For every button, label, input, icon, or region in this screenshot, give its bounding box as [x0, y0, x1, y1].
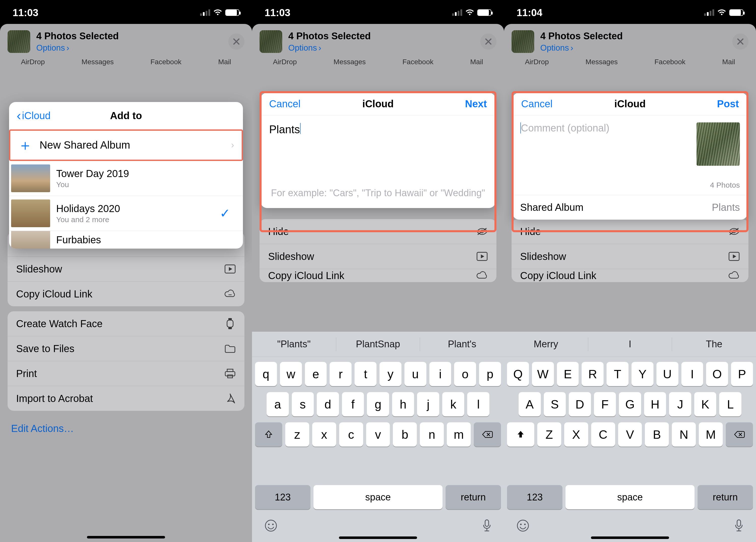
cancel-button[interactable]: Cancel: [521, 98, 553, 110]
key-t[interactable]: T: [607, 362, 628, 386]
key-q[interactable]: q: [255, 362, 277, 386]
home-indicator[interactable]: [339, 536, 417, 539]
key-g[interactable]: g: [367, 392, 389, 416]
return-key[interactable]: return: [446, 485, 501, 509]
key-k[interactable]: K: [694, 392, 716, 416]
svg-point-13: [268, 524, 270, 525]
icloud-post-card: Cancel iCloud Post Comment (optional) 4 …: [513, 93, 747, 220]
space-key[interactable]: space: [565, 485, 695, 509]
key-t[interactable]: t: [355, 362, 376, 386]
new-shared-album-row[interactable]: ＋ New Shared Album ›: [10, 131, 242, 160]
comment-field[interactable]: Comment (optional): [513, 115, 747, 178]
key-m[interactable]: M: [699, 422, 723, 446]
key-z[interactable]: z: [285, 422, 309, 446]
shared-album-row[interactable]: Shared Album Plants: [513, 195, 747, 220]
key-n[interactable]: n: [420, 422, 444, 446]
key-q[interactable]: Q: [507, 362, 529, 386]
numbers-key[interactable]: 123: [507, 485, 562, 509]
home-indicator[interactable]: [591, 536, 669, 539]
key-n[interactable]: N: [672, 422, 696, 446]
album-name-field[interactable]: Plants: [261, 115, 495, 139]
home-indicator[interactable]: [87, 536, 165, 538]
key-u[interactable]: U: [656, 362, 678, 386]
shared-album-label: Shared Album: [520, 202, 583, 213]
plus-icon: ＋: [18, 138, 33, 152]
key-g[interactable]: G: [619, 392, 641, 416]
key-j[interactable]: J: [669, 392, 691, 416]
next-button[interactable]: Next: [465, 98, 487, 110]
post-button[interactable]: Post: [717, 98, 739, 110]
keyboard: Merry I The Q W E R T Y U I O P A S D: [504, 332, 756, 542]
key-s[interactable]: S: [544, 392, 566, 416]
input-hint: For example: "Cars", "Trip to Hawaii" or…: [261, 139, 495, 208]
emoji-icon[interactable]: [265, 519, 277, 532]
key-e[interactable]: e: [305, 362, 327, 386]
suggestion-bar: "Plants" PlantSnap Plant's: [252, 332, 504, 357]
key-l[interactable]: l: [467, 392, 489, 416]
key-f[interactable]: f: [342, 392, 364, 416]
album-row[interactable]: Furbabies: [9, 231, 243, 249]
key-p[interactable]: P: [731, 362, 753, 386]
key-e[interactable]: E: [557, 362, 579, 386]
key-b[interactable]: B: [645, 422, 669, 446]
key-y[interactable]: Y: [632, 362, 653, 386]
space-key[interactable]: space: [313, 485, 443, 509]
suggestion[interactable]: Plant's: [420, 339, 504, 349]
key-v[interactable]: v: [366, 422, 390, 446]
suggestion[interactable]: The: [672, 339, 756, 349]
key-z[interactable]: Z: [537, 422, 561, 446]
key-h[interactable]: h: [392, 392, 414, 416]
microphone-icon[interactable]: [734, 519, 743, 532]
key-o[interactable]: O: [706, 362, 728, 386]
suggestion[interactable]: Merry: [504, 339, 588, 349]
cancel-button[interactable]: Cancel: [269, 98, 301, 110]
screenshot-2: 11:03 4 Photos Selected Options › AirDro…: [252, 0, 504, 542]
key-a[interactable]: a: [267, 392, 289, 416]
key-row-4: 123 space return: [252, 485, 504, 514]
album-row[interactable]: Holidays 2020 You and 2 more ✓: [9, 196, 243, 231]
key-w[interactable]: w: [280, 362, 302, 386]
return-key[interactable]: return: [698, 485, 753, 509]
numbers-key[interactable]: 123: [255, 485, 310, 509]
key-w[interactable]: W: [532, 362, 554, 386]
key-c[interactable]: C: [591, 422, 615, 446]
key-o[interactable]: o: [454, 362, 476, 386]
key-i[interactable]: I: [681, 362, 703, 386]
key-p[interactable]: p: [479, 362, 501, 386]
key-row-1: Q W E R T Y U I O P: [507, 362, 753, 386]
key-y[interactable]: y: [380, 362, 401, 386]
suggestion[interactable]: I: [588, 339, 672, 349]
key-m[interactable]: m: [447, 422, 471, 446]
shift-key[interactable]: [507, 422, 534, 446]
key-x[interactable]: x: [312, 422, 336, 446]
key-a[interactable]: A: [519, 392, 541, 416]
key-k[interactable]: k: [442, 392, 464, 416]
key-l[interactable]: L: [719, 392, 741, 416]
notch: [580, 0, 680, 8]
key-c[interactable]: c: [339, 422, 363, 446]
key-h[interactable]: H: [644, 392, 666, 416]
backspace-key[interactable]: [474, 422, 501, 446]
key-u[interactable]: u: [404, 362, 426, 386]
key-r[interactable]: r: [330, 362, 352, 386]
key-j[interactable]: j: [417, 392, 439, 416]
key-r[interactable]: R: [582, 362, 604, 386]
key-v[interactable]: V: [618, 422, 642, 446]
photo-preview[interactable]: [697, 122, 740, 166]
backspace-key[interactable]: [726, 422, 753, 446]
key-i[interactable]: i: [429, 362, 451, 386]
emoji-icon[interactable]: [517, 519, 529, 532]
back-button[interactable]: ‹ iCloud: [17, 108, 51, 123]
key-s[interactable]: s: [292, 392, 314, 416]
suggestion[interactable]: "Plants": [252, 339, 336, 349]
key-f[interactable]: F: [594, 392, 616, 416]
key-x[interactable]: X: [564, 422, 588, 446]
microphone-icon[interactable]: [482, 519, 491, 532]
shift-key[interactable]: [255, 422, 282, 446]
album-row[interactable]: Tower Day 2019 You: [9, 161, 243, 196]
key-d[interactable]: d: [317, 392, 339, 416]
screenshot-1: 11:03 4 Photos Selected Options › A: [0, 0, 252, 542]
key-b[interactable]: b: [393, 422, 417, 446]
suggestion[interactable]: PlantSnap: [336, 339, 420, 349]
key-d[interactable]: D: [569, 392, 591, 416]
